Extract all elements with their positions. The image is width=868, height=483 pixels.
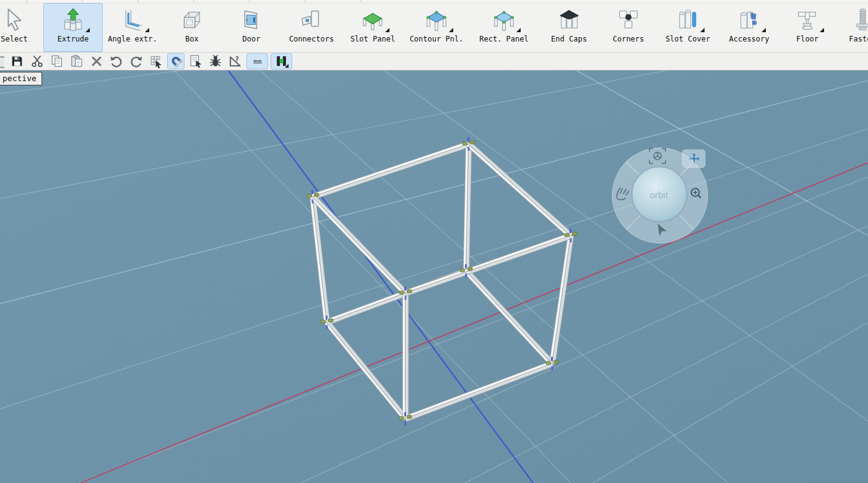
tool-label: Slot Cover: [666, 35, 710, 43]
cursor-icon: [1, 6, 28, 34]
tool-label: Door: [243, 35, 261, 43]
tool-connectors-button[interactable]: Connectors: [281, 3, 342, 52]
units-mm-button[interactable]: mm: [246, 53, 268, 69]
dropdown-wedge-icon: [516, 28, 521, 32]
profile-display-button[interactable]: [271, 53, 292, 69]
copy-icon: [50, 54, 64, 69]
tool-extrude-button[interactable]: Extrude: [43, 3, 103, 52]
tool-label: Box: [185, 35, 199, 43]
save-button[interactable]: [9, 53, 26, 69]
tool-select-button[interactable]: Select: [0, 3, 43, 52]
tool-label: Rect. Panel: [479, 35, 528, 43]
corners-icon: [615, 6, 642, 34]
edit-toolbar: ?mm: [0, 53, 868, 71]
snap-grid-button[interactable]: [147, 53, 165, 69]
delete-button[interactable]: [88, 53, 105, 69]
tool-label: Select: [1, 35, 27, 43]
svg-text:mm: mm: [253, 58, 262, 66]
orbit-label: orbit: [649, 189, 668, 200]
dropdown-wedge-icon: [449, 28, 453, 32]
dropdown-wedge-icon: [385, 28, 389, 32]
report-select-button[interactable]: [187, 53, 204, 69]
save-icon: [10, 54, 25, 69]
debug-button[interactable]: [207, 53, 224, 69]
tool-slot-panel-button[interactable]: Slot Panel: [342, 3, 404, 52]
mm-text-icon: mm: [250, 54, 265, 69]
dropdown-wedge-icon: [762, 28, 766, 32]
tool-angle-extr-button[interactable]: Angle extr.: [103, 3, 162, 52]
dropdown-wedge-icon: [820, 28, 824, 32]
tool-door-button[interactable]: Door: [222, 3, 281, 52]
redo-button[interactable]: [128, 53, 145, 69]
slot-cover-icon: [674, 6, 701, 34]
extrusion-beam[interactable]: [464, 144, 470, 271]
tool-contour-pnl-button[interactable]: Contour Pnl.: [404, 3, 469, 52]
tool-end-caps-button[interactable]: End Caps: [539, 3, 599, 52]
snap-grid-icon: [149, 54, 163, 69]
report-select-icon: [188, 54, 203, 69]
measure-help-button[interactable]: ?: [227, 53, 244, 69]
tool-label: Extrude: [58, 35, 89, 43]
fastener-icon: [849, 6, 868, 34]
tool-label: Accessory: [729, 35, 769, 43]
profile-display-icon: [274, 54, 289, 69]
tool-label: Corners: [613, 35, 644, 43]
floor-icon: [794, 6, 821, 34]
tool-label: Slot Panel: [350, 35, 395, 43]
view-name-label: pective: [0, 72, 42, 85]
viewport-3d[interactable]: orbit pective: [0, 71, 868, 483]
tool-accessory-button[interactable]: Accessory: [718, 3, 780, 52]
dropdown-wedge-icon: [145, 28, 149, 32]
angle-extrusion-icon: [119, 6, 146, 34]
cut-button[interactable]: [28, 53, 46, 69]
delete-icon: [89, 54, 104, 69]
tool-fastener-button[interactable]: Faster: [835, 3, 868, 52]
tool-label: Angle extr.: [108, 35, 157, 43]
measure-question-icon: ?: [228, 54, 243, 69]
frame-designer-window: Select Extrude Angle extr. Box Door Conn…: [0, 0, 868, 483]
extrude-icon: [59, 6, 87, 34]
dropdown-wedge-icon: [85, 28, 90, 32]
connectors-icon: [298, 6, 325, 34]
dropdown-wedge-icon: [700, 28, 705, 32]
tool-corners-button[interactable]: Corners: [599, 3, 658, 52]
tool-label: Faster: [849, 35, 868, 43]
orbit-navigation-widget[interactable]: orbit: [612, 148, 708, 243]
svg-text:?: ?: [235, 56, 239, 63]
magnet-icon: [168, 54, 183, 69]
redo-icon: [129, 54, 144, 69]
undo-icon: [109, 54, 124, 69]
scene-canvas[interactable]: orbit: [0, 71, 868, 483]
accessory-icon: [736, 6, 763, 34]
magnet-snap-button[interactable]: [167, 53, 184, 69]
viewport-background: [0, 71, 868, 483]
clipped-icon: [0, 53, 6, 69]
door-icon: [238, 6, 265, 34]
tool-floor-button[interactable]: Floor: [780, 3, 835, 52]
paste-icon: [69, 54, 84, 69]
main-toolbar: Select Extrude Angle extr. Box Door Conn…: [0, 3, 868, 53]
tool-label: End Caps: [551, 35, 587, 43]
tool-box-button[interactable]: Box: [162, 3, 222, 52]
slot-panel-icon: [359, 6, 386, 34]
end-caps-icon: [555, 6, 583, 34]
cut-icon: [30, 54, 45, 69]
bug-icon: [208, 54, 223, 69]
tool-rect-panel-button[interactable]: Rect. Panel: [469, 3, 539, 52]
box-frame-icon: [178, 6, 206, 34]
tool-label: Connectors: [289, 35, 334, 43]
tool-slot-cover-button[interactable]: Slot Cover: [658, 3, 718, 52]
paste-button[interactable]: [68, 53, 85, 69]
rect-panel-icon: [490, 6, 518, 34]
contour-panel-icon: [423, 6, 450, 34]
extrusion-beam[interactable]: [404, 293, 407, 419]
copy-button[interactable]: [48, 53, 66, 69]
tool-label: Contour Pnl.: [410, 35, 464, 43]
tool-label: Floor: [796, 35, 818, 43]
undo-button[interactable]: [108, 53, 125, 69]
